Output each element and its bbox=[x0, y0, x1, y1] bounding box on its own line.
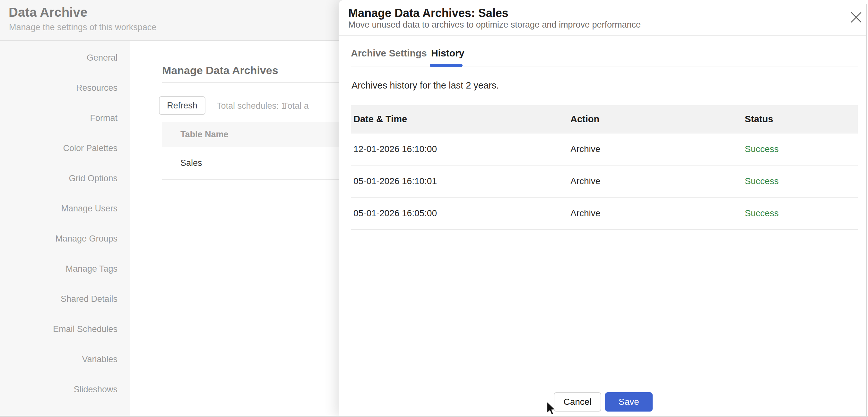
active-tab-underline bbox=[430, 64, 463, 67]
refresh-button[interactable]: Refresh bbox=[159, 96, 206, 115]
table-row: 05-01-2026 16:10:01 Archive Success bbox=[351, 165, 858, 198]
column-header-datetime: Date & Time bbox=[351, 114, 568, 124]
cell-datetime: 05-01-2026 16:05:00 bbox=[351, 208, 568, 219]
status-badge: Success bbox=[742, 208, 858, 219]
table-row: 05-01-2026 16:05:00 Archive Success bbox=[351, 198, 858, 230]
status-badge: Success bbox=[742, 176, 858, 186]
tab-archive-settings[interactable]: Archive Settings bbox=[351, 48, 427, 59]
cancel-button[interactable]: Cancel bbox=[554, 392, 601, 412]
manage-archives-modal: Manage Data Archives: Sales Move unused … bbox=[339, 0, 868, 417]
cell-datetime: 12-01-2026 16:10:00 bbox=[351, 144, 568, 154]
page-subtitle: Manage the settings of this workspace bbox=[9, 23, 156, 32]
sidebar-item-email-schedules[interactable]: Email Schedules bbox=[0, 314, 130, 344]
tab-bar-divider bbox=[351, 66, 858, 66]
cell-action: Archive bbox=[568, 176, 742, 186]
main-heading: Manage Data Archives bbox=[162, 64, 278, 77]
column-header-action: Action bbox=[568, 114, 742, 124]
tab-history[interactable]: History bbox=[431, 48, 464, 59]
column-header-status: Status bbox=[742, 114, 858, 124]
sidebar-item-variables[interactable]: Variables bbox=[0, 344, 130, 374]
screen: { "page_header": { "title": "Data Archiv… bbox=[0, 0, 868, 417]
sidebar-item-shared-details[interactable]: Shared Details bbox=[0, 284, 130, 314]
sidebar-item-color-palettes[interactable]: Color Palettes bbox=[0, 133, 130, 163]
window-bottom-edge bbox=[0, 416, 868, 417]
sidebar-item-alerts-clipped[interactable]: Alerts bbox=[0, 405, 130, 417]
sidebar-item-format[interactable]: Format bbox=[0, 103, 130, 133]
sidebar-item-manage-tags[interactable]: Manage Tags bbox=[0, 254, 130, 284]
table-row: 12-01-2026 16:10:00 Archive Success bbox=[351, 133, 858, 165]
history-note: Archives history for the last 2 years. bbox=[351, 80, 499, 91]
sidebar-item-slideshows[interactable]: Slideshows bbox=[0, 374, 130, 405]
history-table-header: Date & Time Action Status bbox=[351, 105, 858, 133]
page-title: Data Archive bbox=[9, 5, 87, 20]
table-row-sales[interactable]: Sales bbox=[162, 147, 368, 180]
status-badge: Success bbox=[742, 144, 858, 154]
sidebar-item-manage-users[interactable]: Manage Users bbox=[0, 193, 130, 224]
table-name-column-header: Table Name bbox=[162, 122, 368, 147]
cell-datetime: 05-01-2026 16:10:01 bbox=[351, 176, 568, 186]
heading-divider bbox=[162, 82, 368, 83]
modal-subtitle: Move unused data to archives to optimize… bbox=[348, 20, 641, 30]
cell-action: Archive bbox=[568, 144, 742, 154]
save-button[interactable]: Save bbox=[605, 392, 653, 412]
sidebar-item-resources[interactable]: Resources bbox=[0, 73, 130, 103]
modal-title: Manage Data Archives: Sales bbox=[348, 6, 508, 20]
close-button[interactable] bbox=[848, 9, 865, 26]
history-table: Date & Time Action Status 12-01-2026 16:… bbox=[351, 105, 858, 230]
sidebar-item-manage-groups[interactable]: Manage Groups bbox=[0, 224, 130, 254]
modal-scrollbar[interactable] bbox=[866, 4, 868, 416]
modal-header-divider bbox=[339, 35, 866, 36]
total-archived-label-clipped: Total a bbox=[283, 101, 309, 111]
sidebar-item-general[interactable]: General bbox=[0, 43, 130, 73]
total-schedules-label: Total schedules: 1 bbox=[217, 101, 286, 111]
settings-sidebar: General Resources Format Color Palettes … bbox=[0, 41, 130, 417]
close-icon bbox=[850, 11, 862, 23]
sidebar-item-grid-options[interactable]: Grid Options bbox=[0, 163, 130, 193]
cell-action: Archive bbox=[568, 208, 742, 219]
